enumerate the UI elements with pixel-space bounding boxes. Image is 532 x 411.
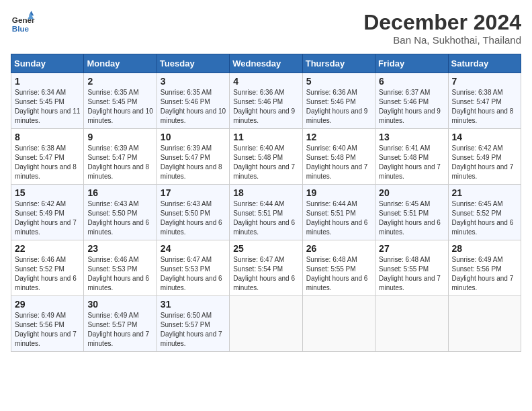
day-number: 28 (452, 243, 517, 254)
calendar-cell: 8 Sunrise: 6:38 AM Sunset: 5:47 PM Dayli… (11, 129, 84, 185)
day-number: 16 (87, 187, 152, 198)
day-info: Sunrise: 6:35 AM Sunset: 5:45 PM Dayligh… (87, 88, 152, 126)
month-title: December 2024 (363, 11, 521, 34)
location: Ban Na, Sukhothai, Thailand (363, 34, 521, 46)
day-number: 7 (452, 76, 517, 87)
day-info: Sunrise: 6:47 AM Sunset: 5:54 PM Dayligh… (233, 255, 298, 293)
weekday-header-saturday: Saturday (448, 54, 521, 73)
day-number: 4 (233, 76, 298, 87)
day-info: Sunrise: 6:45 AM Sunset: 5:51 PM Dayligh… (379, 199, 444, 237)
day-info: Sunrise: 6:38 AM Sunset: 5:47 PM Dayligh… (15, 144, 80, 181)
day-info: Sunrise: 6:50 AM Sunset: 5:57 PM Dayligh… (161, 311, 226, 349)
calendar-cell: 23 Sunrise: 6:46 AM Sunset: 5:53 PM Dayl… (84, 240, 157, 296)
day-info: Sunrise: 6:47 AM Sunset: 5:53 PM Dayligh… (161, 255, 226, 293)
day-info: Sunrise: 6:34 AM Sunset: 5:45 PM Dayligh… (15, 88, 80, 126)
day-info: Sunrise: 6:48 AM Sunset: 5:55 PM Dayligh… (379, 255, 444, 293)
calendar-cell: 27 Sunrise: 6:48 AM Sunset: 5:55 PM Dayl… (375, 240, 448, 296)
day-number: 25 (233, 243, 298, 254)
day-number: 13 (379, 132, 444, 142)
day-info: Sunrise: 6:48 AM Sunset: 5:55 PM Dayligh… (306, 255, 371, 293)
day-info: Sunrise: 6:36 AM Sunset: 5:46 PM Dayligh… (306, 88, 371, 126)
day-number: 11 (233, 132, 298, 142)
calendar-cell: 18 Sunrise: 6:44 AM Sunset: 5:51 PM Dayl… (230, 185, 302, 240)
title-block: December 2024 Ban Na, Sukhothai, Thailan… (363, 11, 521, 46)
calendar-cell: 1 Sunrise: 6:34 AM Sunset: 5:45 PM Dayli… (11, 73, 84, 129)
day-number: 23 (87, 243, 152, 254)
calendar-cell: 31 Sunrise: 6:50 AM Sunset: 5:57 PM Dayl… (157, 296, 229, 352)
day-number: 20 (379, 187, 444, 198)
calendar-table: SundayMondayTuesdayWednesdayThursdayFrid… (11, 54, 521, 352)
weekday-header-sunday: Sunday (11, 54, 84, 73)
day-number: 15 (15, 187, 80, 198)
day-number: 31 (161, 299, 226, 310)
day-info: Sunrise: 6:46 AM Sunset: 5:53 PM Dayligh… (87, 255, 152, 293)
day-number: 18 (233, 187, 298, 198)
day-info: Sunrise: 6:46 AM Sunset: 5:52 PM Dayligh… (15, 255, 80, 293)
calendar-cell: 7 Sunrise: 6:38 AM Sunset: 5:47 PM Dayli… (448, 73, 521, 129)
day-info: Sunrise: 6:39 AM Sunset: 5:47 PM Dayligh… (161, 144, 226, 181)
calendar-cell: 4 Sunrise: 6:36 AM Sunset: 5:46 PM Dayli… (230, 73, 302, 129)
day-number: 17 (161, 187, 226, 198)
calendar-cell: 24 Sunrise: 6:47 AM Sunset: 5:53 PM Dayl… (157, 240, 229, 296)
day-info: Sunrise: 6:41 AM Sunset: 5:48 PM Dayligh… (379, 144, 444, 181)
day-info: Sunrise: 6:40 AM Sunset: 5:48 PM Dayligh… (306, 144, 371, 181)
calendar-cell: 22 Sunrise: 6:46 AM Sunset: 5:52 PM Dayl… (11, 240, 84, 296)
calendar-cell: 28 Sunrise: 6:49 AM Sunset: 5:56 PM Dayl… (448, 240, 521, 296)
day-info: Sunrise: 6:44 AM Sunset: 5:51 PM Dayligh… (233, 199, 298, 237)
calendar-cell: 17 Sunrise: 6:43 AM Sunset: 5:50 PM Dayl… (157, 185, 229, 240)
calendar-cell: 26 Sunrise: 6:48 AM Sunset: 5:55 PM Dayl… (302, 240, 375, 296)
calendar-cell (302, 296, 375, 352)
day-info: Sunrise: 6:42 AM Sunset: 5:49 PM Dayligh… (15, 199, 80, 237)
day-number: 8 (15, 132, 80, 142)
calendar-cell: 12 Sunrise: 6:40 AM Sunset: 5:48 PM Dayl… (302, 129, 375, 185)
calendar-cell: 3 Sunrise: 6:35 AM Sunset: 5:46 PM Dayli… (157, 73, 229, 129)
day-number: 21 (452, 187, 517, 198)
day-info: Sunrise: 6:45 AM Sunset: 5:52 PM Dayligh… (452, 199, 517, 237)
calendar-cell (230, 296, 302, 352)
calendar-cell: 16 Sunrise: 6:43 AM Sunset: 5:50 PM Dayl… (84, 185, 157, 240)
weekday-header-thursday: Thursday (302, 54, 375, 73)
calendar-cell: 10 Sunrise: 6:39 AM Sunset: 5:47 PM Dayl… (157, 129, 229, 185)
day-info: Sunrise: 6:40 AM Sunset: 5:48 PM Dayligh… (233, 144, 298, 181)
calendar-cell: 20 Sunrise: 6:45 AM Sunset: 5:51 PM Dayl… (375, 185, 448, 240)
calendar-cell: 13 Sunrise: 6:41 AM Sunset: 5:48 PM Dayl… (375, 129, 448, 185)
calendar-cell: 19 Sunrise: 6:44 AM Sunset: 5:51 PM Dayl… (302, 185, 375, 240)
day-number: 3 (161, 76, 226, 87)
day-number: 12 (306, 132, 371, 142)
calendar-cell: 25 Sunrise: 6:47 AM Sunset: 5:54 PM Dayl… (230, 240, 302, 296)
page-header: General Blue December 2024 Ban Na, Sukho… (11, 11, 521, 46)
calendar-cell: 30 Sunrise: 6:49 AM Sunset: 5:57 PM Dayl… (84, 296, 157, 352)
day-number: 22 (15, 243, 80, 254)
day-number: 30 (87, 299, 152, 310)
day-number: 29 (15, 299, 80, 310)
weekday-header-monday: Monday (84, 54, 157, 73)
calendar-cell (448, 296, 521, 352)
day-number: 9 (87, 132, 152, 142)
day-info: Sunrise: 6:49 AM Sunset: 5:56 PM Dayligh… (452, 255, 517, 293)
calendar-cell: 5 Sunrise: 6:36 AM Sunset: 5:46 PM Dayli… (302, 73, 375, 129)
day-info: Sunrise: 6:39 AM Sunset: 5:47 PM Dayligh… (87, 144, 152, 181)
day-info: Sunrise: 6:42 AM Sunset: 5:49 PM Dayligh… (452, 144, 517, 181)
day-info: Sunrise: 6:49 AM Sunset: 5:57 PM Dayligh… (87, 311, 152, 349)
calendar-cell: 11 Sunrise: 6:40 AM Sunset: 5:48 PM Dayl… (230, 129, 302, 185)
day-number: 24 (161, 243, 226, 254)
day-info: Sunrise: 6:35 AM Sunset: 5:46 PM Dayligh… (161, 88, 226, 126)
calendar-cell: 6 Sunrise: 6:37 AM Sunset: 5:46 PM Dayli… (375, 73, 448, 129)
svg-text:Blue: Blue (12, 24, 30, 33)
calendar-cell: 29 Sunrise: 6:49 AM Sunset: 5:56 PM Dayl… (11, 296, 84, 352)
day-number: 26 (306, 243, 371, 254)
day-number: 2 (87, 76, 152, 87)
day-number: 6 (379, 76, 444, 87)
weekday-header-friday: Friday (375, 54, 448, 73)
day-info: Sunrise: 6:38 AM Sunset: 5:47 PM Dayligh… (452, 88, 517, 126)
calendar-cell: 9 Sunrise: 6:39 AM Sunset: 5:47 PM Dayli… (84, 129, 157, 185)
day-info: Sunrise: 6:43 AM Sunset: 5:50 PM Dayligh… (87, 199, 152, 237)
calendar-cell: 15 Sunrise: 6:42 AM Sunset: 5:49 PM Dayl… (11, 185, 84, 240)
day-number: 14 (452, 132, 517, 142)
day-info: Sunrise: 6:37 AM Sunset: 5:46 PM Dayligh… (379, 88, 444, 126)
day-info: Sunrise: 6:43 AM Sunset: 5:50 PM Dayligh… (161, 199, 226, 237)
calendar-cell (375, 296, 448, 352)
day-number: 27 (379, 243, 444, 254)
weekday-header-wednesday: Wednesday (230, 54, 302, 73)
calendar-cell: 14 Sunrise: 6:42 AM Sunset: 5:49 PM Dayl… (448, 129, 521, 185)
